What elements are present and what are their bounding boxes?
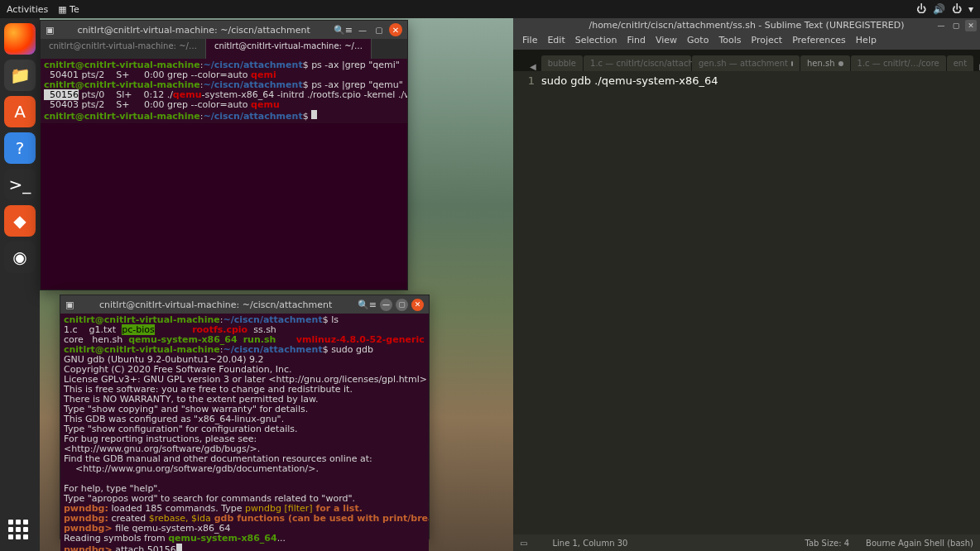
sublime-icon-2[interactable]: ◆: [4, 205, 36, 237]
sublime-tab-overflow[interactable]: ent: [947, 55, 973, 71]
menu-file[interactable]: File: [518, 35, 541, 48]
software-icon[interactable]: A: [4, 96, 36, 127]
terminal-tab[interactable]: cnitlrt@cnitlrt-virtual-machine: ~/cisc.…: [41, 39, 206, 59]
network-icon[interactable]: ⏻: [916, 3, 926, 15]
unsaved-dot-icon: [838, 61, 843, 66]
tab-scroll-left-icon[interactable]: ◀: [530, 62, 536, 71]
window-title: cnitlrt@cnitlrt-virtual-machine: ~/ciscn…: [74, 299, 357, 310]
window-title: /home/cnitlrt/ciscn/attachment/ss.sh - S…: [588, 20, 904, 31]
menu-preferences[interactable]: Preferences: [788, 35, 850, 48]
terminal-titlebar[interactable]: ▣ cnitlrt@cnitlrt-virtual-machine: ~/cis…: [60, 295, 429, 314]
terminal-titlebar[interactable]: ▣ cnitlrt@cnitlrt-virtual-machine: ~/cis…: [41, 21, 407, 39]
search-icon[interactable]: 🔍: [334, 25, 345, 36]
close-button[interactable]: ✕: [411, 299, 424, 311]
sublime-tab[interactable]: bubble: [541, 55, 583, 71]
close-button[interactable]: ✕: [965, 20, 977, 31]
maximize-button[interactable]: ▢: [372, 23, 386, 36]
sublime-tab[interactable]: gen.sh — attachment: [692, 55, 800, 71]
ubuntu-dock: 📁 A ? ◆ >_ ◆ ◉: [0, 18, 40, 551]
status-syntax[interactable]: Bourne Again Shell (bash): [866, 539, 973, 548]
new-tab-button[interactable]: ▣: [65, 299, 74, 310]
dropdown-icon[interactable]: ▾: [968, 3, 973, 15]
maximize-button[interactable]: ▢: [950, 20, 962, 31]
cursor: [311, 110, 317, 119]
menu-tools[interactable]: Tools: [714, 35, 745, 48]
menu-view[interactable]: View: [651, 35, 681, 48]
minimize-button[interactable]: —: [380, 299, 392, 311]
terminal-window-2: ▣ cnitlrt@cnitlrt-virtual-machine: ~/cis…: [60, 295, 430, 539]
gnome-topbar: Activities ▦ Te ⏻ 🔊 ⏻ ▾: [0, 0, 980, 18]
sublime-tabbar: ◀ bubble 1.c — cnitlrt/ciscn/attachment …: [513, 50, 980, 71]
sound-icon[interactable]: 🔊: [933, 3, 945, 15]
menu-help[interactable]: Help: [852, 35, 881, 48]
code-line[interactable]: sudo gdb ./qemu-system-x86_64: [541, 74, 718, 87]
menu-edit[interactable]: Edit: [543, 35, 569, 48]
new-tab-button[interactable]: ▣: [46, 25, 54, 36]
sublime-statusbar: ▭ Line 1, Column 30 Tab Size: 4 Bourne A…: [513, 534, 980, 551]
sublime-titlebar[interactable]: /home/cnitlrt/ciscn/attachment/ss.sh - S…: [513, 18, 980, 33]
close-button[interactable]: ✕: [389, 23, 402, 36]
search-icon[interactable]: 🔍: [358, 299, 369, 310]
dvd-icon[interactable]: ◉: [4, 242, 36, 273]
maximize-button[interactable]: ▢: [396, 299, 408, 311]
menu-icon[interactable]: ≡: [345, 25, 353, 36]
menu-icon[interactable]: ≡: [369, 299, 377, 310]
sublime-window: /home/cnitlrt/ciscn/attachment/ss.sh - S…: [513, 18, 980, 551]
sublime-editor[interactable]: 1 sudo gdb ./qemu-system-x86_64: [513, 71, 980, 90]
terminal-body[interactable]: cnitlrt@cnitlrt-virtual-machine:~/ciscn/…: [41, 59, 407, 123]
firefox-icon[interactable]: [4, 23, 36, 55]
power-icon[interactable]: ⏻: [952, 3, 962, 15]
menu-selection[interactable]: Selection: [571, 35, 622, 48]
line-number: 1: [516, 74, 541, 87]
menu-find[interactable]: Find: [622, 35, 650, 48]
sublime-menubar: File Edit Selection Find View Goto Tools…: [513, 33, 980, 50]
unsaved-dot-icon: [791, 61, 793, 66]
terminal-window-1: ▣ cnitlrt@cnitlrt-virtual-machine: ~/cis…: [40, 20, 408, 290]
status-line-col: Line 1, Column 30: [552, 539, 627, 548]
terminal-tabs: cnitlrt@cnitlrt-virtual-machine: ~/cisc.…: [41, 39, 407, 59]
files-icon[interactable]: 📁: [4, 60, 36, 91]
sublime-tab[interactable]: 1.c — cnitlrt/ciscn/attachment: [584, 55, 691, 71]
sublime-tab[interactable]: 1.c — cnitlrt/…/core: [851, 55, 946, 71]
minimize-button[interactable]: —: [935, 20, 947, 31]
status-tab-size[interactable]: Tab Size: 4: [805, 539, 850, 548]
terminal-body[interactable]: cnitlrt@cnitlrt-virtual-machine:~/ciscn/…: [60, 314, 429, 551]
cursor: [176, 544, 182, 551]
window-title: cnitlrt@cnitlrt-virtual-machine: ~/ciscn…: [54, 25, 333, 36]
menu-goto[interactable]: Goto: [683, 35, 713, 48]
menu-project[interactable]: Project: [747, 35, 787, 48]
minimize-button[interactable]: —: [356, 23, 369, 36]
show-apps-icon[interactable]: [8, 520, 31, 543]
terminal-icon[interactable]: >_: [4, 169, 36, 200]
activities-button[interactable]: Activities: [7, 4, 48, 15]
app-menu[interactable]: ▦ Te: [58, 4, 79, 15]
help-icon[interactable]: ?: [4, 132, 36, 164]
status-panel-icon[interactable]: ▭: [520, 539, 527, 548]
terminal-tab[interactable]: cnitlrt@cnitlrt-virtual-machine: ~/cisc.…: [206, 39, 372, 59]
sublime-tab[interactable]: hen.sh: [800, 55, 850, 71]
